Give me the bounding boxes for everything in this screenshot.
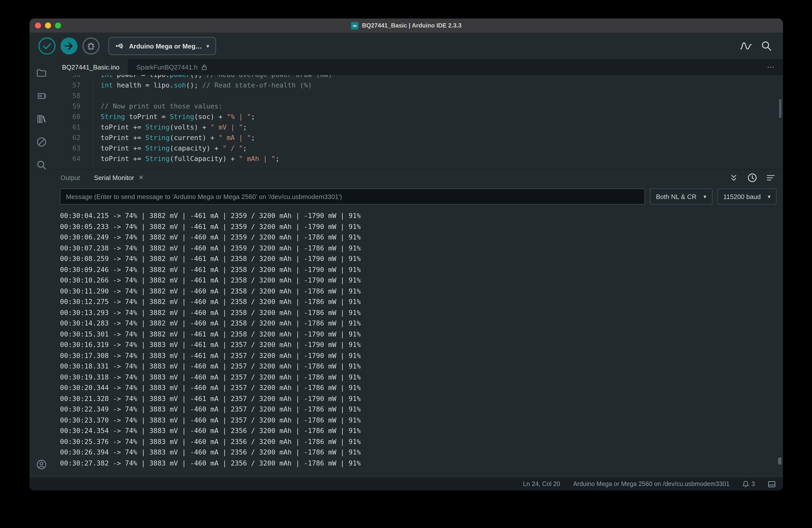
chevron-down-icon: ▾ <box>768 193 770 200</box>
right-arrow-icon <box>60 37 78 55</box>
code-line[interactable]: 64 toPrint += String(fullCapacity) + " m… <box>54 153 783 164</box>
indent-guide <box>93 75 93 169</box>
tab-label: Output <box>60 174 80 181</box>
serial-line: 00:30:12.275 -> 74% | 3882 mV | -460 mA … <box>60 296 783 307</box>
code-line[interactable]: 58 <box>54 90 783 101</box>
books-icon <box>35 113 47 125</box>
serial-line: 00:30:07.238 -> 74% | 3882 mV | -460 mA … <box>60 243 783 253</box>
panel-tab-bar: Output Serial Monitor ✕ <box>54 170 783 186</box>
cursor-position[interactable]: Ln 24, Col 20 <box>523 481 560 487</box>
status-bar: Ln 24, Col 20 Arduino Mega or Mega 2560 … <box>29 478 783 490</box>
search-icon <box>35 159 47 171</box>
circle-slash-icon <box>35 136 47 148</box>
serial-line: 00:30:24.354 -> 74% | 3883 mV | -460 mA … <box>60 425 783 436</box>
zoom-window-button[interactable] <box>55 23 61 29</box>
serial-line: 00:30:16.319 -> 74% | 3883 mV | -461 mA … <box>60 339 783 350</box>
clock-icon <box>748 173 757 182</box>
board-selector-dropdown[interactable]: Arduino Mega or Meg… ▾ <box>108 37 216 55</box>
bell-icon <box>742 481 749 487</box>
tab-serial-monitor[interactable]: Serial Monitor ✕ <box>94 174 144 181</box>
sidebar-item-search[interactable] <box>35 159 47 171</box>
sidebar-item-debug[interactable] <box>35 136 47 148</box>
serial-line: 00:30:05.233 -> 74% | 3882 mV | -461 mA … <box>60 221 783 232</box>
minimize-window-button[interactable] <box>45 23 51 29</box>
tab-label: SparkFunBQ27441.h <box>136 63 198 71</box>
serial-line: 00:30:14.283 -> 74% | 3882 mV | -460 mA … <box>60 318 783 329</box>
board-port-status[interactable]: Arduino Mega or Mega 2560 on /dev/cu.usb… <box>573 481 729 487</box>
waveform-icon <box>740 41 752 52</box>
activity-bar <box>29 59 54 478</box>
code-line[interactable]: 61 toPrint += String(volts) + " mV | "; <box>54 122 783 132</box>
notification-count: 3 <box>752 481 755 487</box>
serial-line: 00:30:21.328 -> 74% | 3883 mV | -461 mA … <box>60 393 783 404</box>
code-line[interactable]: 63 toPrint += String(capacity) + " / "; <box>54 143 783 153</box>
sidebar-item-sketchbook[interactable] <box>35 67 47 79</box>
serial-scrollbar-thumb[interactable] <box>778 457 782 465</box>
code-line[interactable]: 62 toPrint += String(current) + " mA | "… <box>54 132 783 143</box>
baud-rate-value: 115200 baud <box>723 193 761 200</box>
collapse-panel-button[interactable] <box>729 173 738 182</box>
code-line[interactable]: 57 int health = lipo.soh(); // Read stat… <box>54 80 783 90</box>
serial-line: 00:30:20.344 -> 74% | 3883 mV | -460 mA … <box>60 382 783 393</box>
board-selector-label: Arduino Mega or Meg… <box>129 42 202 50</box>
tab-output[interactable]: Output <box>60 174 80 181</box>
toggle-timestamp-button[interactable] <box>748 173 757 182</box>
sidebar-item-boards-manager[interactable] <box>35 90 47 102</box>
toggle-panel-button[interactable] <box>768 481 775 487</box>
chevron-down-icon: ▾ <box>704 193 706 200</box>
serial-line: 00:30:23.370 -> 74% | 3883 mV | -460 mA … <box>60 415 783 425</box>
titlebar: ∞ BQ27441_Basic | Arduino IDE 2.3.3 <box>29 18 783 33</box>
serial-line: 00:30:25.376 -> 74% | 3883 mV | -460 mA … <box>60 436 783 447</box>
serial-line: 00:30:09.246 -> 74% | 3882 mV | -461 mA … <box>60 264 783 275</box>
serial-lines: 00:30:04.215 -> 74% | 3882 mV | -461 mA … <box>60 210 783 469</box>
bug-icon <box>82 37 100 55</box>
panel-actions <box>729 173 783 182</box>
toolbar: Arduino Mega or Meg… ▾ <box>29 33 783 59</box>
code-line[interactable]: 56 int power = lipo.power(); // Read ave… <box>54 75 783 80</box>
close-icon[interactable]: ✕ <box>139 174 144 181</box>
lock-icon <box>202 64 207 70</box>
clear-lines-icon <box>767 174 775 181</box>
code-lines: 56 int power = lipo.power(); // Read ave… <box>54 75 783 164</box>
tab-label: BQ27441_Basic.ino <box>62 63 119 71</box>
serial-line: 00:30:06.249 -> 74% | 3882 mV | -460 mA … <box>60 232 783 243</box>
serial-plotter-button[interactable] <box>740 41 752 52</box>
clear-output-button[interactable] <box>767 174 775 181</box>
serial-line: 00:30:11.290 -> 74% | 3882 mV | -460 mA … <box>60 286 783 296</box>
message-input[interactable] <box>60 189 645 205</box>
line-ending-value: Both NL & CR <box>656 193 696 200</box>
baud-rate-dropdown[interactable]: 115200 baud ▾ <box>717 189 777 205</box>
serial-line: 00:30:08.259 -> 74% | 3882 mV | -461 mA … <box>60 253 783 264</box>
chevron-down-icon: ▾ <box>206 43 209 49</box>
tab-sparkfunbq27441-h[interactable]: SparkFunBQ27441.h <box>128 59 216 75</box>
close-window-button[interactable] <box>35 23 41 29</box>
editor-and-panel: BQ27441_Basic.ino SparkFunBQ27441.h ⋯ 56 <box>54 59 783 478</box>
serial-line: 00:30:10.266 -> 74% | 3882 mV | -461 mA … <box>60 275 783 286</box>
arduino-app-icon: ∞ <box>351 22 359 29</box>
traffic-lights <box>35 23 61 29</box>
code-line[interactable]: 59 // Now print out those values: <box>54 101 783 112</box>
tab-overflow-button[interactable]: ⋯ <box>759 59 783 75</box>
notifications-button[interactable]: 3 <box>742 481 755 487</box>
serial-output: 00:30:04.215 -> 74% | 3882 mV | -461 mA … <box>54 207 783 478</box>
tab-bq27441-basic-ino[interactable]: BQ27441_Basic.ino <box>54 59 128 75</box>
debug-button[interactable] <box>82 36 101 56</box>
serial-line: 00:30:18.331 -> 74% | 3883 mV | -460 mA … <box>60 361 783 372</box>
serial-monitor-button[interactable] <box>761 41 772 52</box>
code-editor[interactable]: 56 int power = lipo.power(); // Read ave… <box>54 75 783 169</box>
serial-line: 00:30:22.349 -> 74% | 3883 mV | -460 mA … <box>60 404 783 415</box>
editor-scrollbar-thumb[interactable] <box>779 99 782 118</box>
tab-label: Serial Monitor <box>94 174 134 181</box>
main-area: BQ27441_Basic.ino SparkFunBQ27441.h ⋯ 56 <box>29 59 783 478</box>
window-title-group: ∞ BQ27441_Basic | Arduino IDE 2.3.3 <box>29 18 783 32</box>
line-ending-dropdown[interactable]: Both NL & CR ▾ <box>650 189 712 205</box>
verify-button[interactable] <box>38 36 57 56</box>
code-line[interactable]: 60 String toPrint = String(soc) + "% | "… <box>54 112 783 122</box>
sidebar-item-account[interactable] <box>35 458 47 470</box>
serial-line: 00:30:04.215 -> 74% | 3882 mV | -461 mA … <box>60 210 783 221</box>
magnifier-icon <box>761 41 772 52</box>
sidebar-item-library-manager[interactable] <box>35 113 47 125</box>
serial-line: 00:30:17.308 -> 74% | 3883 mV | -461 mA … <box>60 350 783 361</box>
upload-button[interactable] <box>59 36 78 56</box>
window-title: BQ27441_Basic | Arduino IDE 2.3.3 <box>362 22 462 29</box>
